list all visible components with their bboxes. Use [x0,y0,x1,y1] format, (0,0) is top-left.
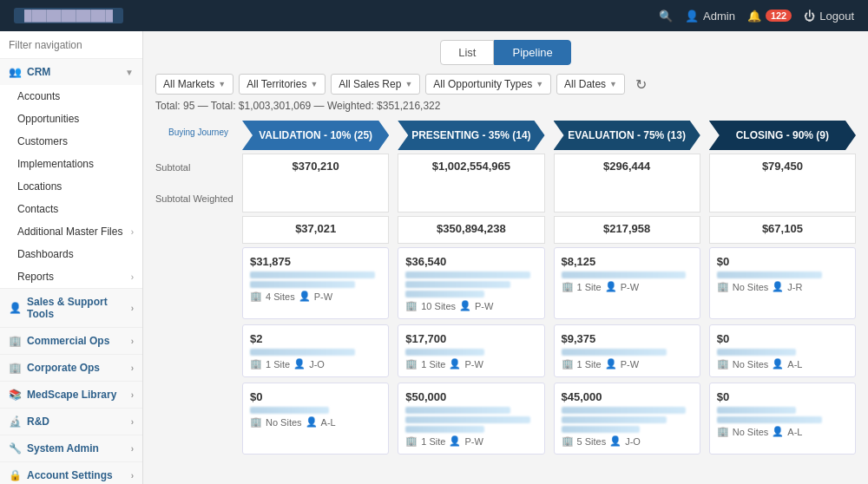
sidebar-item-opportunities[interactable]: Opportunities [0,108,142,130]
card-validation-1[interactable]: $31,875 🏢 4 Sites 👤 P-W [242,247,389,319]
card-name-bar-2 [250,281,355,288]
sidebar-section-header-account-settings[interactable]: 🔒 Account Settings › [0,462,142,484]
rep-icon: 👤 [306,416,318,428]
logout-icon: ⏻ [804,10,815,23]
sidebar-item-implementations[interactable]: Implementations [0,153,142,175]
card-name-bar [562,349,667,356]
medscape-chevron-icon: › [131,390,134,400]
rd-icon: 🔬 [9,415,22,428]
search-nav-item[interactable]: 🔍 [659,10,673,23]
sidebar-section-header-sales-support[interactable]: 👤 Sales & Support Tools › [0,289,142,327]
pipeline-board: Buying Journey VALIDATION - 10% (25) PRE… [155,121,856,455]
subtotals-section: Subtotal Subtotal Weighted $370,210 $1,0… [155,154,856,213]
sidebar-filter: « [0,31,142,59]
card-meta: 🏢 1 Site 👤 P-W [562,358,693,370]
subtotal-evaluation: $296,444 [554,154,700,213]
sidebar-section-header-crm[interactable]: 👥 CRM ▼ [0,59,142,85]
subtotal-weighted-presenting: $350,894,238 [398,216,544,244]
sites-icon: 🏢 [250,416,262,428]
subtotal-weighted-label: Subtotal Weighted [155,185,233,213]
admin-nav-item[interactable]: 👤 Admin [685,10,735,23]
sites-icon: 🏢 [717,281,729,292]
card-evaluation-3[interactable]: $45,000 🏢 5 Sites 👤 J-O [554,383,700,455]
card-amount: $0 [250,390,381,403]
subtotal-presenting: $1,002,554,965 [398,154,544,213]
refresh-button[interactable]: ↻ [630,75,652,95]
logout-nav-item[interactable]: ⏻ Logout [804,10,854,23]
card-evaluation-2[interactable]: $9,375 🏢 1 Site 👤 P-W [554,324,700,377]
sidebar-section-header-commercial-ops[interactable]: 🏢 Commercial Ops › [0,328,142,354]
sidebar-section-commercial-ops: 🏢 Commercial Ops › [0,328,142,355]
opportunity-types-filter[interactable]: All Opportunity Types ▼ [425,74,551,95]
sidebar-section-rd: 🔬 R&D › [0,409,142,435]
sidebar-section-header-medscape[interactable]: 📚 MedScape Library › [0,382,142,408]
card-evaluation-1[interactable]: $8,125 🏢 1 Site 👤 P-W [554,247,700,319]
sites-icon: 🏢 [250,358,262,370]
sales-rep-caret-icon: ▼ [404,80,412,88]
sidebar-section-header-rd[interactable]: 🔬 R&D › [0,409,142,435]
card-name-bar-3 [562,426,641,433]
sidebar-item-dashboards[interactable]: Dashboards [0,243,142,265]
notifications-nav-item[interactable]: 🔔 122 [747,10,792,23]
sidebar-section-header-system-admin[interactable]: 🔧 System Admin › [0,435,142,461]
subtotal-validation: $370,210 [242,154,389,213]
card-name-bar [717,349,796,356]
header-spacer: Buying Journey [155,121,233,150]
card-amount: $0 [717,332,848,345]
subtotal-weighted-closing: $67,105 [709,216,856,244]
sidebar-section-medscape: 📚 MedScape Library › [0,382,142,409]
sidebar-item-locations[interactable]: Locations [0,175,142,198]
pipeline-view-button[interactable]: Pipeline [494,40,570,65]
content-area: List Pipeline All Markets ▼ All Territor… [143,31,868,484]
card-closing-3[interactable]: $0 🏢 No Sites 👤 A-L [709,383,856,455]
card-name-bar [405,349,484,356]
card-presenting-1[interactable]: $36,540 🏢 10 Sites 👤 P-W [398,247,544,319]
card-name-bar [250,349,355,356]
markets-filter[interactable]: All Markets ▼ [155,74,233,95]
card-presenting-3[interactable]: $50,000 🏢 1 Site 👤 P-W [398,383,544,455]
filter-navigation-input[interactable] [9,39,139,51]
card-presenting-2[interactable]: $17,700 🏢 1 Site 👤 P-W [398,324,544,377]
medscape-icon: 📚 [9,389,22,401]
corporate-ops-icon: 🏢 [9,362,22,374]
notifications-badge: 122 [766,10,792,22]
rep-icon: 👤 [293,358,306,370]
territories-filter[interactable]: All Territories ▼ [239,74,326,95]
sidebar-item-accounts[interactable]: Accounts [0,85,142,108]
card-validation-3[interactable]: $0 🏢 No Sites 👤 A-L [242,383,389,455]
sidebar-item-customers[interactable]: Customers [0,130,142,153]
dates-filter[interactable]: All Dates ▼ [556,74,625,95]
rep-icon: 👤 [609,435,621,447]
subtotals-weighted-section: $37,021 $350,894,238 $217,958 $67,105 [155,216,856,244]
sidebar-item-reports[interactable]: Reports › [0,265,142,288]
sites-icon: 🏢 [717,358,729,370]
rep-icon: 👤 [299,291,311,302]
bell-icon: 🔔 [747,10,761,23]
sidebar-item-contacts[interactable]: Contacts [0,198,142,220]
card-name-bar-2 [717,416,822,423]
card-closing-1[interactable]: $0 🏢 No Sites 👤 J-R [709,247,856,319]
card-amount: $0 [717,255,848,268]
card-name-bar-2 [405,281,510,288]
subtotal-weighted-validation: $37,021 [242,216,389,244]
reports-arrow-icon: › [131,272,134,282]
sidebar: « 👥 CRM ▼ Accounts Opportunities Custome… [0,31,143,484]
card-name-bar-1 [405,271,530,278]
sales-rep-filter[interactable]: All Sales Rep ▼ [331,74,420,95]
sidebar-section-crm: 👥 CRM ▼ Accounts Opportunities Customers… [0,59,142,289]
sidebar-section-sales-support: 👤 Sales & Support Tools › [0,289,142,328]
card-meta: 🏢 No Sites 👤 A-L [717,426,848,437]
list-view-button[interactable]: List [440,40,494,65]
account-settings-icon: 🔒 [9,469,22,481]
card-closing-2[interactable]: $0 🏢 No Sites 👤 A-L [709,324,856,377]
subtotals-grid: $370,210 $1,002,554,965 $296,444 $79,450 [242,154,856,213]
user-icon: 👤 [685,10,699,23]
column-header-validation: VALIDATION - 10% (25) [242,121,389,150]
sidebar-section-corporate-ops: 🏢 Corporate Ops › [0,355,142,382]
card-validation-2[interactable]: $2 🏢 1 Site 👤 J-O [242,324,389,377]
sidebar-item-additional-master-files[interactable]: Additional Master Files › [0,220,142,243]
cards-row-2: $2 🏢 1 Site 👤 J-O $17,700 🏢 [155,324,856,377]
sidebar-section-header-corporate-ops[interactable]: 🏢 Corporate Ops › [0,355,142,381]
card-meta: 🏢 10 Sites 👤 P-W [405,300,536,311]
sites-icon: 🏢 [405,300,418,311]
